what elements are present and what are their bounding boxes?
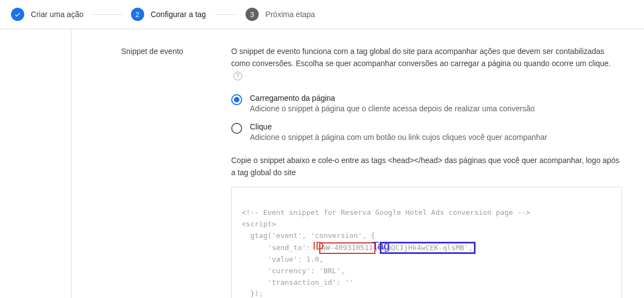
snippet-line: }); <box>242 288 612 298</box>
step-1-label: Criar uma ação <box>31 10 84 19</box>
radio-group: Carregamento da página Adicione o snippe… <box>231 94 622 143</box>
snippet-line: <!-- Event snippet for Reserva Google Ho… <box>242 207 612 219</box>
radio-option-pageload[interactable]: Carregamento da página Adicione o snippe… <box>231 94 622 115</box>
snippet-box[interactable]: <!-- Event snippet for Reserva Google Ho… <box>231 187 622 298</box>
radio-icon <box>231 94 242 105</box>
stepper: Criar uma ação 2 Configurar a tag 3 Próx… <box>0 0 644 29</box>
snippet-line: gtag('event', 'conversion', { <box>242 230 612 242</box>
description-text: O snippet de evento funciona com a tag g… <box>231 47 611 68</box>
annotation-id: ID <box>313 237 324 254</box>
highlight-id: AW-409310511 <box>319 242 375 254</box>
step-1[interactable]: Criar uma ação <box>11 8 84 21</box>
radio-option-click[interactable]: Clique Adicione o snippet à página com u… <box>231 122 622 143</box>
snippet-line: 'transaction_id': '' <box>242 277 612 289</box>
step-connector <box>92 14 122 15</box>
step-3-number: 3 <box>245 8 259 21</box>
snippet-line-sendto: 'send_to': 'AW-409310511/4BQCIjHk4wCEK-q… <box>242 242 612 254</box>
highlight-tag: 4BQCIjHk4wCEK-qlsMB', <box>380 242 476 254</box>
step-3-label: Próxima etapa <box>265 10 315 19</box>
snippet-prefix: 'send_to': ' <box>242 243 319 252</box>
check-icon <box>11 8 24 21</box>
radio-click-title: Clique <box>250 122 622 131</box>
snippet-line: 'value': 1.0, <box>242 254 612 266</box>
step-3[interactable]: 3 Próxima etapa <box>245 8 315 21</box>
snippet-line: 'currency': 'BRL', <box>242 266 612 277</box>
radio-pageload-desc: Adicione o snippet à página que o client… <box>250 104 622 115</box>
step-2-label: Configurar a tag <box>151 10 206 19</box>
annotation-tag: Tag <box>372 237 390 254</box>
left-rail <box>0 29 72 298</box>
section-description: O snippet de evento funciona com a tag g… <box>231 46 622 82</box>
radio-pageload-title: Carregamento da página <box>250 94 622 102</box>
section-title: Snippet de evento <box>121 46 231 298</box>
copy-instruction: Copie o snippet abaixo e cole-o entre as… <box>231 155 622 178</box>
snippet-line: <script> <box>242 219 612 230</box>
help-icon[interactable]: ? <box>233 72 242 80</box>
step-2-number: 2 <box>131 8 144 21</box>
radio-click-desc: Adicione o snippet à página com um botão… <box>250 132 622 143</box>
step-2[interactable]: 2 Configurar a tag <box>131 8 206 21</box>
step-connector <box>215 14 237 15</box>
radio-icon <box>231 123 242 134</box>
